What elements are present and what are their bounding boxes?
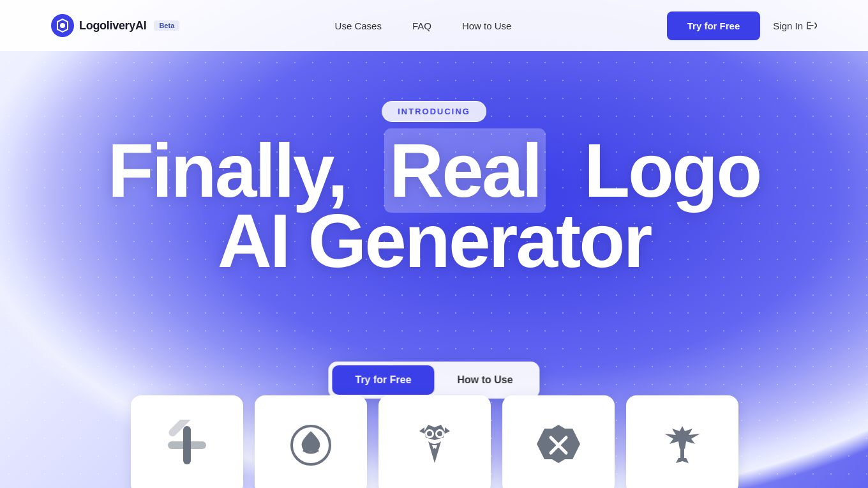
sign-in-icon xyxy=(807,20,817,31)
logo-card-2 xyxy=(255,395,367,488)
logo-text: LogoliveryAI xyxy=(79,19,146,33)
eagle-icon xyxy=(657,420,708,471)
headline-line2: AI Generator xyxy=(0,203,868,278)
beta-badge: Beta xyxy=(154,20,179,31)
svg-point-8 xyxy=(427,431,432,436)
abstract-lines-icon xyxy=(161,420,213,471)
logo-icon xyxy=(51,14,74,37)
introducing-badge: INTRODUCING xyxy=(382,101,486,122)
svg-point-1 xyxy=(60,23,65,28)
sign-in-label: Sign In xyxy=(773,20,803,31)
nav-actions: Try for Free Sign In xyxy=(667,11,817,40)
nav-link-how-to-use[interactable]: How to Use xyxy=(462,20,512,31)
hero-try-free-button[interactable]: Try for Free xyxy=(332,365,434,395)
hero-cta: Try for Free How to Use xyxy=(328,362,539,399)
nav-sign-in-button[interactable]: Sign In xyxy=(773,20,817,31)
logo-card-1 xyxy=(131,395,243,488)
hero-how-to-use-button[interactable]: How to Use xyxy=(434,365,535,395)
logo-card-5 xyxy=(626,395,738,488)
svg-rect-3 xyxy=(168,441,206,449)
headline-line1: Finally, Real Logo xyxy=(0,133,868,208)
logo-cards-row xyxy=(131,395,737,488)
nav-link-use-cases[interactable]: Use Cases xyxy=(335,20,382,31)
ship-circle-icon xyxy=(285,420,336,471)
logo-card-4 xyxy=(502,395,615,488)
svg-point-9 xyxy=(437,431,442,436)
nav-links: Use Cases FAQ How to Use xyxy=(335,20,512,31)
logo-card-3 xyxy=(378,395,491,488)
hero-headline: Finally, Real Logo AI Generator xyxy=(0,133,868,278)
nav-try-free-button[interactable]: Try for Free xyxy=(667,11,761,40)
owl-icon xyxy=(409,420,460,471)
nav-logo: LogoliveryAI Beta xyxy=(51,14,179,37)
hero-section: LogoliveryAI Beta Use Cases FAQ How to U… xyxy=(0,0,868,488)
badge-x-icon xyxy=(533,420,584,471)
navbar: LogoliveryAI Beta Use Cases FAQ How to U… xyxy=(0,0,868,51)
nav-link-faq[interactable]: FAQ xyxy=(412,20,431,31)
